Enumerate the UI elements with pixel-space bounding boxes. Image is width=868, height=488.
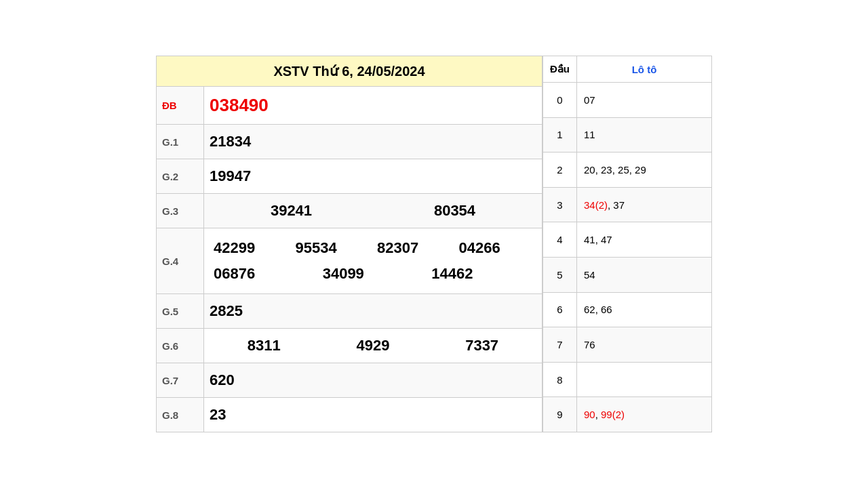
loto-dau-cell: 8 bbox=[543, 362, 577, 397]
loto-row: 8 bbox=[543, 362, 712, 397]
g7-value: 620 bbox=[204, 363, 542, 398]
loto-dau-cell: 6 bbox=[543, 292, 577, 327]
g8-label: G.8 bbox=[157, 398, 204, 432]
loto-lo-cell: 54 bbox=[577, 257, 712, 292]
loto-row: 220, 23, 25, 29 bbox=[543, 152, 712, 188]
g1-value: 21834 bbox=[204, 125, 542, 159]
g4-val-4: 04266 bbox=[455, 235, 537, 261]
g4-val-6: 34099 bbox=[319, 261, 428, 287]
loto-dau-cell: 4 bbox=[543, 222, 577, 258]
g3-label: G.3 bbox=[157, 194, 204, 228]
g6-val-1: 8311 bbox=[248, 337, 281, 354]
g4-label: G.4 bbox=[157, 228, 204, 294]
g3-val-2: 80354 bbox=[434, 202, 475, 220]
loto-row: 334(2), 37 bbox=[543, 187, 712, 222]
g7-label: G.7 bbox=[157, 363, 204, 398]
loto-lo-cell: 41, 47 bbox=[577, 222, 712, 258]
g4-val-5: 06876 bbox=[210, 261, 319, 287]
loto-dau-cell: 9 bbox=[543, 397, 577, 432]
g4-val-1: 42299 bbox=[210, 235, 292, 261]
g6-values: 8311 4929 7337 bbox=[204, 329, 542, 363]
g4-values: 42299 95534 82307 04266 06876 34099 1446… bbox=[204, 228, 542, 294]
g5-value: 2825 bbox=[204, 294, 542, 329]
loto-lo-header: Lô tô bbox=[577, 56, 712, 83]
loto-dau-cell: 3 bbox=[543, 187, 577, 222]
loto-row: 662, 66 bbox=[543, 292, 712, 327]
g4-val-7: 14462 bbox=[427, 261, 536, 287]
g6-val-3: 7337 bbox=[465, 337, 498, 354]
loto-dau-cell: 7 bbox=[543, 327, 577, 363]
g4-val-3: 82307 bbox=[373, 235, 455, 261]
g6-label: G.6 bbox=[157, 329, 204, 363]
loto-lo-cell: 34(2), 37 bbox=[577, 187, 712, 222]
loto-dau-cell: 0 bbox=[543, 83, 577, 118]
loto-lo-cell: 76 bbox=[577, 327, 712, 363]
loto-row: 554 bbox=[543, 257, 712, 292]
g3-values: 39241 80354 bbox=[204, 194, 542, 228]
lottery-table: XSTV Thứ 6, 24/05/2024 ĐB 038490 G.1 218… bbox=[156, 56, 542, 432]
loto-lo-cell: 20, 23, 25, 29 bbox=[577, 152, 712, 188]
main-container: XSTV Thứ 6, 24/05/2024 ĐB 038490 G.1 218… bbox=[156, 56, 712, 432]
loto-dau-cell: 5 bbox=[543, 257, 577, 292]
g5-label: G.5 bbox=[157, 294, 204, 329]
g4-val-2: 95534 bbox=[292, 235, 374, 261]
loto-lo-cell: 90, 99(2) bbox=[577, 397, 712, 432]
loto-dau-header: Đầu bbox=[543, 56, 577, 83]
loto-row: 111 bbox=[543, 117, 712, 152]
loto-table: Đầu Lô tô 007111220, 23, 25, 29334(2), 3… bbox=[542, 56, 712, 432]
loto-dau-cell: 2 bbox=[543, 152, 577, 188]
g2-value: 19947 bbox=[204, 159, 542, 194]
db-label: ĐB bbox=[157, 87, 204, 125]
table-title: XSTV Thứ 6, 24/05/2024 bbox=[157, 56, 542, 87]
g8-value: 23 bbox=[204, 398, 542, 432]
loto-row: 776 bbox=[543, 327, 712, 363]
loto-row: 990, 99(2) bbox=[543, 397, 712, 432]
g6-val-2: 4929 bbox=[357, 337, 390, 354]
loto-row: 441, 47 bbox=[543, 222, 712, 258]
g2-label: G.2 bbox=[157, 159, 204, 194]
g1-label: G.1 bbox=[157, 125, 204, 159]
db-value: 038490 bbox=[204, 87, 542, 125]
loto-lo-cell: 07 bbox=[577, 83, 712, 118]
loto-lo-cell: 11 bbox=[577, 117, 712, 152]
loto-dau-cell: 1 bbox=[543, 117, 577, 152]
loto-row: 007 bbox=[543, 83, 712, 118]
g3-val-1: 39241 bbox=[271, 202, 312, 220]
loto-lo-cell bbox=[577, 362, 712, 397]
loto-lo-cell: 62, 66 bbox=[577, 292, 712, 327]
